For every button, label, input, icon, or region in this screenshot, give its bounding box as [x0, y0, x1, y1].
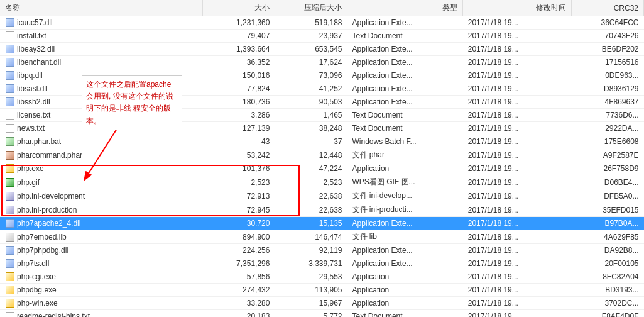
file-modified: 2017/1/18 19... [463, 284, 572, 297]
table-row[interactable]: php7phpdbg.dll 224,256 92,119 Applicatio… [0, 244, 644, 257]
file-icon-dll [5, 218, 15, 228]
file-name: libpq.dll [17, 71, 43, 80]
table-row[interactable]: php.ini-production 72,945 22,638 文件 ini-… [0, 203, 644, 217]
table-row[interactable]: install.txt 79,407 23,937 Text Document … [0, 30, 644, 43]
file-compressed: 15,135 [275, 217, 347, 230]
file-type: Application Exte... [347, 217, 463, 230]
file-list-container: 名称 大小 压缩后大小 类型 修改时间 CRC32 icuuc57.dll 1,… [0, 0, 644, 317]
file-compressed: 22,638 [275, 203, 347, 217]
file-crc: BE6DF202 [571, 43, 643, 56]
file-size: 274,432 [202, 284, 275, 297]
file-name: libssh2.dll [17, 97, 50, 106]
table-row[interactable]: libenchant.dll 36,352 17,624 Application… [0, 56, 644, 69]
file-name: libenchant.dll [17, 58, 61, 67]
file-crc: 17156516 [571, 56, 643, 69]
file-compressed: 5,772 [275, 310, 347, 318]
file-icon-dll [5, 259, 15, 269]
file-modified: 2017/1/18 19... [463, 148, 572, 162]
table-row[interactable]: icuuc57.dll 1,231,360 519,188 Applicatio… [0, 16, 644, 30]
table-row[interactable]: php-win.exe 33,280 15,967 Application 20… [0, 297, 644, 310]
file-crc: 3702DC... [571, 297, 643, 310]
file-icon-exe [5, 285, 15, 295]
table-row[interactable]: pharcommand.phar 53,242 12,448 文件 phar 2… [0, 148, 644, 162]
file-crc: 20F00105 [571, 257, 643, 270]
file-icon-exe [5, 272, 15, 282]
file-modified: 2017/1/18 19... [463, 69, 572, 82]
file-compressed: 519,188 [275, 16, 347, 30]
col-header-modified[interactable]: 修改时间 [463, 0, 572, 16]
file-modified: 2017/1/18 19... [463, 257, 572, 270]
file-type: Application Exte... [347, 56, 463, 69]
table-row[interactable]: libpq.dll 150,016 73,096 Application Ext… [0, 69, 644, 82]
file-modified: 2017/1/18 19... [463, 162, 572, 175]
file-icon-dll [5, 70, 15, 81]
table-row[interactable]: php-cgi.exe 57,856 29,553 Application 20… [0, 270, 644, 284]
file-size: 127,139 [202, 122, 275, 135]
table-row[interactable]: php.gif 2,523 2,523 WPS看图 GIF 图... 2017/… [0, 175, 644, 189]
file-name-cell: php-win.exe [0, 297, 202, 310]
file-name-cell: php7ts.dll [0, 257, 202, 270]
file-modified: 2017/1/18 19... [463, 16, 572, 30]
file-icon-dll [5, 97, 15, 107]
file-crc: 36C64FCC [571, 16, 643, 30]
col-header-crc[interactable]: CRC32 [571, 0, 643, 16]
file-type: Text Document [347, 122, 463, 135]
col-header-compressed[interactable]: 压缩后大小 [275, 0, 347, 16]
file-size: 20,183 [202, 310, 275, 318]
file-size: 224,256 [202, 244, 275, 257]
file-icon-ini [5, 191, 15, 201]
file-name: php-cgi.exe [17, 272, 56, 281]
file-compressed: 3,339,731 [275, 257, 347, 270]
file-icon-txt [5, 123, 15, 133]
table-row[interactable]: libeay32.dll 1,393,664 653,545 Applicati… [0, 43, 644, 56]
file-size: 180,736 [202, 96, 275, 109]
file-compressed: 653,545 [275, 43, 347, 56]
file-compressed: 90,503 [275, 96, 347, 109]
file-compressed: 23,937 [275, 30, 347, 43]
file-modified: 2017/1/18 19... [463, 244, 572, 257]
file-size: 36,352 [202, 56, 275, 69]
file-icon-txt [5, 311, 15, 317]
table-row[interactable]: phpdbg.exe 274,432 113,905 Application 2… [0, 284, 644, 297]
table-row[interactable]: news.txt 127,139 38,248 Text Document 20… [0, 122, 644, 135]
file-type: Text Document [347, 109, 463, 122]
file-compressed: 37 [275, 135, 347, 148]
col-header-size[interactable]: 大小 [202, 0, 275, 16]
table-row[interactable]: phar.phar.bat 43 37 Windows Batch F... 2… [0, 135, 644, 148]
table-row[interactable]: php.exe 101,376 47,224 Application 2017/… [0, 162, 644, 175]
file-icon-exe [5, 164, 15, 174]
table-row[interactable]: php7apache2_4.dll 30,720 15,135 Applicat… [0, 217, 644, 230]
table-row[interactable]: readme-redist-bins.txt 20,183 5,772 Text… [0, 310, 644, 318]
file-icon-txt [5, 110, 15, 120]
file-modified: 2017/1/18 19... [463, 297, 572, 310]
table-row[interactable]: php7ts.dll 7,351,296 3,339,731 Applicati… [0, 257, 644, 270]
file-compressed: 113,905 [275, 284, 347, 297]
file-type: Application Exte... [347, 244, 463, 257]
file-size: 7,351,296 [202, 257, 275, 270]
table-row[interactable]: libsasl.dll 77,824 41,252 Application Ex… [0, 82, 644, 96]
file-compressed: 92,119 [275, 244, 347, 257]
table-row[interactable]: php.ini-development 72,913 22,638 文件 ini… [0, 189, 644, 203]
col-header-name[interactable]: 名称 [0, 0, 202, 16]
table-row[interactable]: php7embed.lib 894,900 146,474 文件 lib 201… [0, 230, 644, 244]
file-type: Text Document [347, 310, 463, 318]
file-type: Application Exte... [347, 43, 463, 56]
file-type: Application Exte... [347, 82, 463, 96]
file-compressed: 73,096 [275, 69, 347, 82]
file-modified: 2017/1/18 19... [463, 82, 572, 96]
file-name-cell: icuuc57.dll [0, 16, 202, 30]
file-size: 77,824 [202, 82, 275, 96]
table-row[interactable]: libssh2.dll 180,736 90,503 Application E… [0, 96, 644, 109]
file-modified: 2017/1/18 19... [463, 189, 572, 203]
table-row[interactable]: license.txt 3,286 1,465 Text Document 20… [0, 109, 644, 122]
col-header-type[interactable]: 类型 [347, 0, 463, 16]
file-name-cell: phpdbg.exe [0, 284, 202, 297]
file-size: 894,900 [202, 230, 275, 244]
file-type: Application [347, 284, 463, 297]
file-size: 79,407 [202, 30, 275, 43]
file-name: php-win.exe [17, 299, 58, 308]
file-name-cell: license.txt [0, 109, 202, 122]
file-type: 文件 lib [347, 230, 463, 244]
file-crc: DFB5A0... [571, 189, 643, 203]
file-name: php7embed.lib [17, 233, 67, 242]
